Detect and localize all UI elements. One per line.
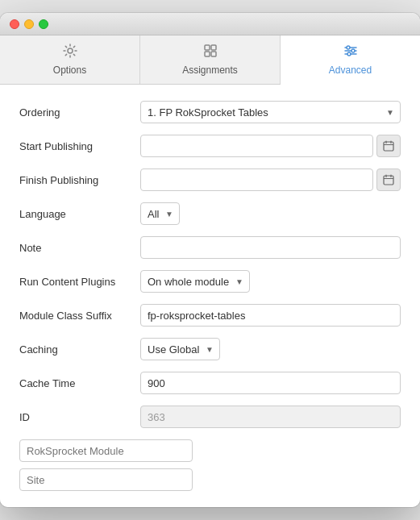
start-publishing-input-group xyxy=(140,135,401,157)
module-class-suffix-input[interactable] xyxy=(140,304,401,327)
calendar-icon-2 xyxy=(383,174,394,185)
ordering-label: Ordering xyxy=(19,106,140,119)
bottom-inputs xyxy=(19,439,401,491)
ordering-row: Ordering 1. FP RokSprocket Tables ▼ xyxy=(19,101,401,123)
note-control xyxy=(140,236,401,259)
tab-options-label: Options xyxy=(53,64,86,76)
svg-rect-1 xyxy=(205,45,210,50)
calendar-icon xyxy=(383,140,394,152)
run-content-plugins-select[interactable]: On whole module xyxy=(140,270,250,293)
language-select-wrapper: All ▼ xyxy=(140,202,180,225)
start-publishing-label: Start Publishing xyxy=(19,140,140,152)
finish-publishing-input-group xyxy=(140,168,401,191)
tab-assignments[interactable]: Assignments xyxy=(140,35,281,84)
start-publishing-row: Start Publishing xyxy=(19,135,401,157)
finish-publishing-calendar-btn[interactable] xyxy=(376,168,401,191)
language-select[interactable]: All xyxy=(140,202,180,225)
svg-point-0 xyxy=(68,48,73,53)
finish-publishing-control xyxy=(140,168,401,191)
cache-time-label: Cache Time xyxy=(19,377,140,389)
tab-bar: Options Assignments xyxy=(0,35,420,85)
cache-time-row: Cache Time xyxy=(19,372,401,394)
id-row: ID xyxy=(19,406,401,428)
ordering-control: 1. FP RokSprocket Tables ▼ xyxy=(140,101,401,123)
minimize-button[interactable] xyxy=(24,19,34,29)
maximize-button[interactable] xyxy=(39,19,48,29)
traffic-lights xyxy=(10,19,48,29)
caching-control: Use Global ▼ xyxy=(140,338,401,360)
svg-rect-3 xyxy=(205,52,210,56)
tab-options[interactable]: Options xyxy=(0,35,140,84)
run-content-plugins-control: On whole module ▼ xyxy=(140,270,401,293)
tab-assignments-label: Assignments xyxy=(182,64,238,76)
svg-rect-4 xyxy=(211,52,216,56)
run-content-plugins-select-wrapper: On whole module ▼ xyxy=(140,270,250,293)
main-window: Options Assignments xyxy=(0,13,420,507)
site-input[interactable] xyxy=(19,468,193,491)
tab-advanced[interactable]: Advanced xyxy=(281,35,420,85)
note-input[interactable] xyxy=(140,236,401,259)
caching-label: Caching xyxy=(19,343,140,356)
note-row: Note xyxy=(19,236,401,259)
module-class-suffix-row: Module Class Suffix xyxy=(19,304,401,327)
caching-row: Caching Use Global ▼ xyxy=(19,338,401,360)
start-publishing-control xyxy=(140,135,401,157)
language-row: Language All ▼ xyxy=(19,202,401,225)
caching-select[interactable]: Use Global xyxy=(140,338,220,360)
svg-rect-15 xyxy=(384,176,393,185)
start-publishing-input[interactable] xyxy=(140,135,373,157)
cache-time-control xyxy=(140,372,401,394)
id-label: ID xyxy=(19,411,140,423)
svg-rect-11 xyxy=(384,142,393,151)
id-input[interactable] xyxy=(140,406,401,428)
finish-publishing-label: Finish Publishing xyxy=(19,174,140,186)
language-control: All ▼ xyxy=(140,202,401,225)
svg-point-9 xyxy=(351,49,355,52)
module-class-suffix-label: Module Class Suffix xyxy=(19,310,140,322)
assignments-icon xyxy=(203,44,218,61)
module-type-input[interactable] xyxy=(19,439,193,462)
tab-advanced-label: Advanced xyxy=(329,64,372,76)
svg-rect-2 xyxy=(211,45,216,50)
titlebar xyxy=(0,13,420,35)
close-button[interactable] xyxy=(10,19,19,29)
id-control xyxy=(140,406,401,428)
finish-publishing-row: Finish Publishing xyxy=(19,168,401,191)
options-icon xyxy=(63,44,77,61)
content-area: Ordering 1. FP RokSprocket Tables ▼ Star… xyxy=(0,85,420,507)
svg-point-10 xyxy=(347,52,351,56)
svg-point-8 xyxy=(347,46,350,49)
language-label: Language xyxy=(19,208,140,220)
cache-time-input[interactable] xyxy=(140,372,401,394)
caching-select-wrapper: Use Global ▼ xyxy=(140,338,220,360)
ordering-select[interactable]: 1. FP RokSprocket Tables xyxy=(140,101,401,123)
run-content-plugins-label: Run Content Plugins xyxy=(19,276,140,288)
start-publishing-calendar-btn[interactable] xyxy=(376,135,401,157)
run-content-plugins-row: Run Content Plugins On whole module ▼ xyxy=(19,270,401,293)
advanced-icon xyxy=(343,44,358,61)
module-class-suffix-control xyxy=(140,304,401,327)
note-label: Note xyxy=(19,242,140,254)
finish-publishing-input[interactable] xyxy=(140,168,373,191)
